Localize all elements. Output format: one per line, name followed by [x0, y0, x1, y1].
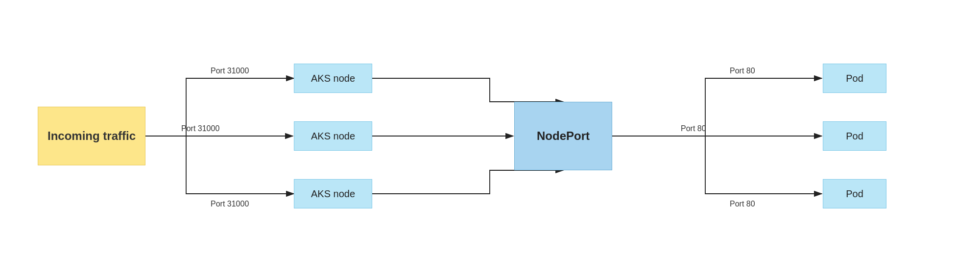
incoming-traffic-node: Incoming traffic: [38, 107, 145, 165]
aks-node-3: AKS node: [294, 179, 372, 208]
edge-label-pod3-port: Port 80: [730, 200, 755, 208]
pod-2-label: Pod: [846, 131, 863, 142]
diagram-container: Port 31000 Port 31000 Port 31000 Port 80…: [0, 0, 980, 274]
edge-label-pod1-port: Port 80: [730, 67, 755, 75]
aks-node-2-label: AKS node: [311, 131, 355, 142]
aks-node-1-label: AKS node: [311, 73, 355, 84]
edge-label-mid-port: Port 31000: [181, 124, 219, 133]
aks-node-3-label: AKS node: [311, 188, 355, 200]
incoming-traffic-label: Incoming traffic: [48, 129, 136, 143]
pod-2: Pod: [823, 121, 886, 151]
nodeport-label: NodePort: [537, 129, 590, 143]
edge-label-top-port: Port 31000: [211, 67, 249, 75]
pod-1-label: Pod: [846, 73, 863, 84]
edge-label-bottom-port: Port 31000: [211, 200, 249, 208]
aks-node-1: AKS node: [294, 64, 372, 93]
pod-3: Pod: [823, 179, 886, 208]
pod-3-label: Pod: [846, 188, 863, 200]
pod-1: Pod: [823, 64, 886, 93]
nodeport-node: NodePort: [514, 102, 612, 170]
edge-label-pod2-port: Port 80: [681, 124, 706, 133]
aks-node-2: AKS node: [294, 121, 372, 151]
